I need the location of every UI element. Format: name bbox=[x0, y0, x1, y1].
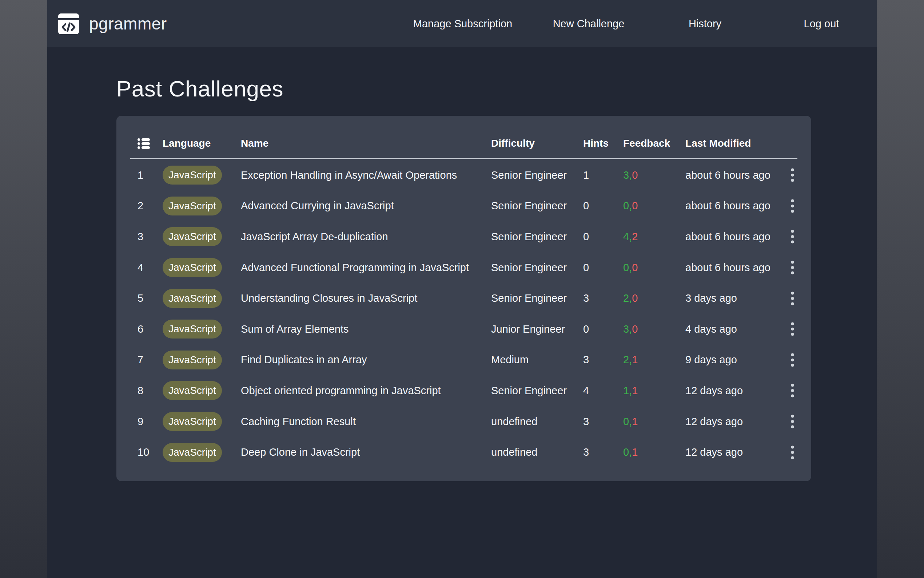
feedback-negative: 1 bbox=[632, 385, 638, 396]
row-menu-button[interactable] bbox=[788, 191, 798, 222]
hints-count: 3 bbox=[583, 292, 623, 304]
feedback-positive: 0 bbox=[623, 200, 629, 211]
table-row[interactable]: 6 JavaScript Sum of Array Elements Junio… bbox=[130, 314, 798, 345]
feedback-positive: 0 bbox=[623, 416, 629, 427]
background-gutter-right bbox=[877, 0, 924, 578]
feedback-value: 2,1 bbox=[623, 354, 685, 366]
challenge-name: Find Duplicates in an Array bbox=[241, 354, 491, 366]
language-badge: JavaScript bbox=[163, 351, 222, 369]
feedback-positive: 0 bbox=[623, 446, 629, 458]
table-row[interactable]: 10 JavaScript Deep Clone in JavaScript u… bbox=[130, 437, 798, 468]
difficulty-value: Senior Engineer bbox=[491, 231, 583, 243]
challenge-name: Sum of Array Elements bbox=[241, 323, 491, 335]
feedback-negative: 1 bbox=[632, 416, 638, 427]
kebab-menu-icon bbox=[791, 445, 794, 459]
table-row[interactable]: 8 JavaScript Object oriented programming… bbox=[130, 375, 798, 406]
row-menu-button[interactable] bbox=[788, 314, 798, 345]
hints-count: 0 bbox=[583, 200, 623, 212]
row-menu-button[interactable] bbox=[788, 160, 798, 191]
brand-name: pgrammer bbox=[89, 14, 167, 34]
row-menu-button[interactable] bbox=[788, 406, 798, 437]
last-modified: 3 days ago bbox=[685, 292, 788, 304]
challenge-name: JavaScript Array De-duplication bbox=[241, 231, 491, 243]
feedback-separator: , bbox=[629, 169, 632, 181]
language-badge: JavaScript bbox=[163, 196, 222, 216]
language-cell: JavaScript bbox=[163, 196, 241, 216]
past-challenges-card: Language Name Difficulty Hints Feedback … bbox=[117, 116, 811, 481]
nav-manage-subscription[interactable]: Manage Subscription bbox=[413, 0, 512, 47]
brand-logo[interactable]: pgrammer bbox=[58, 0, 167, 47]
row-index: 4 bbox=[130, 262, 163, 274]
table-row[interactable]: 4 JavaScript Advanced Functional Program… bbox=[130, 252, 798, 283]
table-row[interactable]: 7 JavaScript Find Duplicates in an Array… bbox=[130, 345, 798, 376]
kebab-menu-icon bbox=[791, 261, 794, 274]
code-window-icon bbox=[58, 13, 79, 34]
language-cell: JavaScript bbox=[163, 351, 241, 369]
hints-count: 4 bbox=[583, 385, 623, 397]
row-menu-button[interactable] bbox=[788, 221, 798, 252]
feedback-value: 0,0 bbox=[623, 262, 685, 274]
feedback-separator: , bbox=[629, 200, 632, 211]
list-icon bbox=[130, 138, 163, 149]
row-index: 6 bbox=[130, 323, 163, 335]
feedback-negative: 1 bbox=[632, 354, 638, 365]
row-menu-button[interactable] bbox=[788, 345, 798, 376]
feedback-negative: 0 bbox=[632, 292, 638, 304]
difficulty-value: undefined bbox=[491, 446, 583, 458]
row-menu-button[interactable] bbox=[788, 252, 798, 283]
last-modified: 12 days ago bbox=[685, 385, 788, 397]
difficulty-value: Senior Engineer bbox=[491, 385, 583, 397]
table-row[interactable]: 2 JavaScript Advanced Currying in JavaSc… bbox=[130, 191, 798, 222]
difficulty-value: Senior Engineer bbox=[491, 262, 583, 274]
nav-log-out[interactable]: Log out bbox=[804, 0, 839, 47]
background-gutter-left bbox=[0, 0, 47, 578]
table-row[interactable]: 5 JavaScript Understanding Closures in J… bbox=[130, 283, 798, 314]
challenge-name: Advanced Currying in JavaScript bbox=[241, 200, 491, 212]
row-menu-button[interactable] bbox=[788, 283, 798, 314]
feedback-positive: 4 bbox=[623, 231, 629, 242]
kebab-menu-icon bbox=[791, 384, 794, 398]
feedback-positive: 3 bbox=[623, 169, 629, 181]
app-window: pgrammer Manage Subscription New Challen… bbox=[47, 0, 877, 578]
feedback-value: 3,0 bbox=[623, 323, 685, 335]
difficulty-value: undefined bbox=[491, 416, 583, 428]
feedback-separator: , bbox=[629, 354, 632, 365]
language-badge: JavaScript bbox=[163, 227, 222, 246]
challenge-name: Exception Handling in Async/Await Operat… bbox=[241, 169, 491, 181]
nav-history[interactable]: History bbox=[689, 0, 722, 47]
hints-count: 3 bbox=[583, 354, 623, 366]
language-badge: JavaScript bbox=[163, 412, 222, 431]
feedback-value: 0,0 bbox=[623, 200, 685, 212]
feedback-negative: 0 bbox=[632, 262, 638, 273]
nav-new-challenge[interactable]: New Challenge bbox=[553, 0, 625, 47]
challenge-name: Understanding Closures in JavaScript bbox=[241, 292, 491, 304]
feedback-positive: 0 bbox=[623, 262, 629, 273]
language-cell: JavaScript bbox=[163, 166, 241, 185]
feedback-negative: 0 bbox=[632, 169, 638, 181]
table-row[interactable]: 1 JavaScript Exception Handling in Async… bbox=[130, 160, 798, 191]
table-row[interactable]: 9 JavaScript Caching Function Result und… bbox=[130, 406, 798, 437]
difficulty-value: Senior Engineer bbox=[491, 200, 583, 212]
top-navbar: pgrammer Manage Subscription New Challen… bbox=[47, 0, 877, 47]
column-header-language: Language bbox=[163, 138, 241, 149]
table-row[interactable]: 3 JavaScript JavaScript Array De-duplica… bbox=[130, 221, 798, 252]
challenge-name: Deep Clone in JavaScript bbox=[241, 446, 491, 458]
language-badge: JavaScript bbox=[163, 381, 222, 400]
row-index: 8 bbox=[130, 385, 163, 397]
row-menu-button[interactable] bbox=[788, 375, 798, 406]
language-cell: JavaScript bbox=[163, 258, 241, 277]
row-menu-button[interactable] bbox=[788, 437, 798, 468]
kebab-menu-icon bbox=[791, 414, 794, 429]
kebab-menu-icon bbox=[791, 199, 794, 213]
feedback-positive: 2 bbox=[623, 292, 629, 304]
hints-count: 0 bbox=[583, 231, 623, 243]
column-header-name: Name bbox=[241, 138, 491, 149]
language-cell: JavaScript bbox=[163, 412, 241, 431]
feedback-separator: , bbox=[629, 323, 632, 335]
language-cell: JavaScript bbox=[163, 381, 241, 400]
language-cell: JavaScript bbox=[163, 443, 241, 462]
column-header-difficulty: Difficulty bbox=[491, 138, 583, 149]
language-badge: JavaScript bbox=[163, 166, 222, 185]
last-modified: 12 days ago bbox=[685, 446, 788, 458]
feedback-value: 4,2 bbox=[623, 231, 685, 243]
